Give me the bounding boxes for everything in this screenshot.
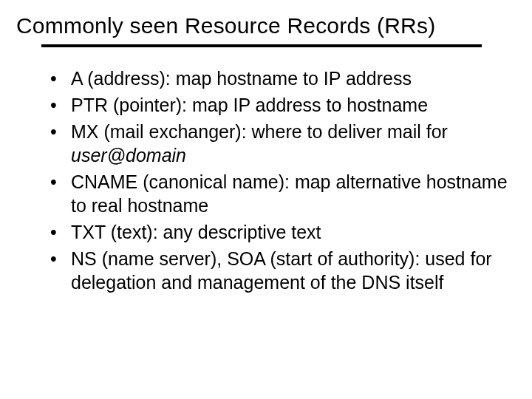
title-underline xyxy=(41,44,482,47)
bullet-text-italic: user@domain xyxy=(71,145,186,166)
bullet-text: A (address): map hostname to IP address xyxy=(71,68,412,89)
list-item: CNAME (canonical name): map alternative … xyxy=(50,170,516,217)
list-item: NS (name server), SOA (start of authorit… xyxy=(50,247,516,294)
bullet-text: NS (name server), SOA (start of authorit… xyxy=(71,248,492,293)
bullet-text: CNAME (canonical name): map alternative … xyxy=(71,171,508,216)
list-item: MX (mail exchanger): where to deliver ma… xyxy=(50,120,516,167)
slide-title: Commonly seen Resource Records (RRs) xyxy=(16,13,516,38)
list-item: TXT (text): any descriptive text xyxy=(50,220,516,244)
list-item: A (address): map hostname to IP address xyxy=(50,66,516,90)
bullet-text: PTR (pointer): map IP address to hostnam… xyxy=(71,95,428,115)
list-item: PTR (pointer): map IP address to hostnam… xyxy=(50,93,516,117)
bullet-text: MX (mail exchanger): where to deliver ma… xyxy=(71,121,448,142)
slide: Commonly seen Resource Records (RRs) A (… xyxy=(0,0,532,399)
bullet-list: A (address): map hostname to IP address … xyxy=(50,66,516,294)
bullet-text: TXT (text): any descriptive text xyxy=(71,222,321,242)
